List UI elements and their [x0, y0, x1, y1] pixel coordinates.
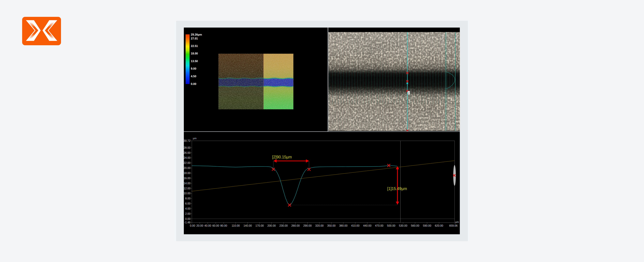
svg-text:27.01: 27.01 — [191, 37, 198, 40]
svg-text:29.26µm: 29.26µm — [191, 33, 202, 36]
svg-text:0.00: 0.00 — [190, 224, 195, 227]
svg-text:12.00: 12.00 — [184, 187, 190, 190]
svg-text:26.00: 26.00 — [184, 151, 190, 154]
svg-text:6.00: 6.00 — [185, 202, 190, 205]
svg-text:4.00: 4.00 — [185, 207, 190, 210]
svg-text:380.00: 380.00 — [339, 224, 348, 227]
svg-text:410.00: 410.00 — [351, 224, 360, 227]
svg-text:40.00: 40.00 — [204, 224, 211, 227]
svg-text:14.00: 14.00 — [184, 182, 190, 185]
svg-text:8.00: 8.00 — [185, 197, 190, 200]
svg-text:9.00: 9.00 — [191, 67, 196, 70]
svg-text:200.00: 200.00 — [268, 224, 276, 227]
svg-text:140.00: 140.00 — [244, 224, 252, 227]
svg-text:[2]90.15µm: [2]90.15µm — [272, 155, 292, 159]
svg-text:µm: µm — [193, 137, 196, 140]
svg-text:530.00: 530.00 — [399, 224, 407, 227]
svg-text:0.00: 0.00 — [191, 82, 196, 85]
svg-text:440.00: 440.00 — [363, 224, 372, 227]
svg-text:2.00: 2.00 — [185, 212, 190, 215]
svg-text:290.00: 290.00 — [303, 224, 312, 227]
svg-text:72.09µm: 72.09µm — [441, 34, 444, 44]
svg-text:18.00: 18.00 — [184, 172, 190, 174]
svg-text:620.00: 620.00 — [435, 224, 443, 227]
svg-text:500.00: 500.00 — [387, 224, 396, 227]
svg-text:28.00: 28.00 — [184, 146, 190, 149]
svg-text:16.00: 16.00 — [184, 177, 190, 180]
svg-text:590.00: 590.00 — [423, 224, 431, 227]
svg-text:350.00: 350.00 — [327, 224, 336, 227]
svg-text:30.72: 30.72 — [184, 139, 190, 142]
svg-text:260.00: 260.00 — [291, 224, 300, 227]
svg-text:0.00: 0.00 — [185, 217, 190, 220]
svg-text:20.00: 20.00 — [196, 224, 203, 227]
svg-text:24.00: 24.00 — [184, 156, 190, 159]
svg-text:[1]15.49µm: [1]15.49µm — [387, 186, 407, 191]
svg-text:2: 2 — [408, 91, 409, 94]
svg-text:22.00: 22.00 — [184, 161, 190, 164]
svg-text:µm: µm — [455, 221, 459, 223]
svg-text:560.00: 560.00 — [411, 224, 419, 227]
svg-text:230.00: 230.00 — [280, 224, 288, 227]
svg-text:20.00: 20.00 — [184, 167, 190, 169]
svg-text:22.51: 22.51 — [191, 44, 198, 47]
svg-text:60.00: 60.00 — [212, 224, 219, 227]
svg-text:5.45µm: 5.45µm — [455, 33, 458, 41]
svg-text:18.00: 18.00 — [191, 52, 198, 55]
svg-text:80.00: 80.00 — [220, 224, 227, 227]
svg-text:470.00: 470.00 — [375, 224, 383, 227]
svg-text:659.06: 659.06 — [449, 224, 458, 227]
svg-text:-1.46: -1.46 — [184, 221, 191, 224]
svg-text:170.00: 170.00 — [256, 224, 264, 227]
svg-text:4.50: 4.50 — [191, 75, 196, 78]
svg-text:320.00: 320.00 — [315, 224, 324, 227]
svg-text:110.00: 110.00 — [232, 224, 240, 227]
svg-text:10.00: 10.00 — [184, 192, 190, 195]
svg-text:13.50: 13.50 — [191, 59, 198, 63]
